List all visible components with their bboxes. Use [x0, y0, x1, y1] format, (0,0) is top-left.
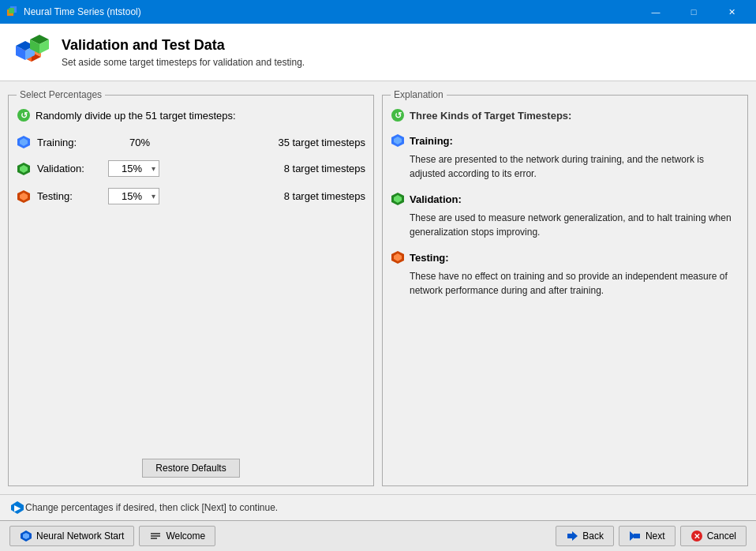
start-icon [20, 530, 32, 542]
training-row: Training: 70% 35 target timesteps [17, 135, 365, 149]
panels-container: Select Percentages ↺ Randomly divide up … [0, 81, 756, 494]
testing-label: Testing: [37, 190, 108, 202]
window-controls: — □ ✕ [638, 0, 750, 24]
explanation-training: Training: These are presented to the net… [391, 133, 739, 181]
explanation-validation: Validation: These are used to measure ne… [391, 192, 739, 239]
training-label: Training: [37, 137, 108, 148]
randomly-row: ↺ Randomly divide up the 51 target times… [17, 108, 365, 122]
svg-text:▶: ▶ [14, 504, 21, 512]
minimize-button[interactable]: — [638, 0, 674, 24]
three-kinds-icon: ↺ [391, 108, 405, 122]
testing-row: Testing: 15% ▾ 8 target timesteps [17, 188, 365, 204]
validation-label: Validation: [37, 163, 108, 174]
back-label: Back [582, 530, 604, 542]
testing-value: 15% [112, 190, 152, 202]
validation-dropdown[interactable]: 15% ▾ [108, 160, 159, 177]
expl-training-icon [391, 133, 405, 148]
main-content: Validation and Test Data Set aside some … [0, 24, 756, 551]
expl-training-text: These are presented to the network durin… [391, 152, 739, 181]
expl-validation-title: Validation: [410, 193, 462, 205]
svg-text:↺: ↺ [21, 111, 28, 120]
neural-network-start-button[interactable]: Neural Network Start [9, 526, 134, 546]
svg-rect-2 [9, 8, 14, 13]
left-panel: Select Percentages ↺ Randomly divide up … [8, 89, 374, 486]
testing-dropdown-arrow: ▾ [152, 192, 155, 201]
close-button[interactable]: ✕ [713, 0, 750, 24]
welcome-button[interactable]: Welcome [139, 526, 215, 546]
header-icon [13, 33, 51, 71]
testing-icon [17, 189, 31, 204]
cancel-label: Cancel [707, 530, 736, 542]
welcome-icon [149, 530, 162, 542]
expl-testing-title: Testing: [410, 252, 449, 264]
explanation-heading: ↺ Three Kinds of Target Timesteps: [391, 108, 739, 122]
back-button[interactable]: Back [556, 526, 614, 546]
window-title: Neural Time Series (ntstool) [24, 6, 638, 17]
validation-icon [17, 162, 31, 176]
svg-rect-38 [634, 534, 640, 538]
back-icon [566, 530, 578, 542]
svg-text:✕: ✕ [694, 532, 700, 541]
training-icon [17, 135, 31, 149]
header: Validation and Test Data Set aside some … [0, 24, 756, 81]
restore-defaults-button[interactable]: Restore Defaults [142, 459, 239, 478]
right-panel: Explanation ↺ Three Kinds of Target Time… [382, 89, 748, 486]
explanation-testing: Testing: These have no effect on trainin… [391, 250, 739, 298]
restore-btn-row: Restore Defaults [17, 451, 365, 478]
svg-rect-36 [567, 534, 574, 538]
training-percent: 70% [108, 137, 171, 148]
next-label: Next [646, 530, 665, 542]
header-text: Validation and Test Data Set aside some … [62, 37, 305, 68]
page-subtitle: Set aside some target timesteps for vali… [62, 57, 305, 68]
validation-value: 15% [112, 163, 152, 174]
randomly-text: Randomly divide up the 51 target timeste… [36, 110, 236, 122]
svg-text:↺: ↺ [395, 111, 402, 120]
random-icon: ↺ [17, 108, 31, 122]
neural-start-label: Neural Network Start [36, 530, 124, 542]
right-panel-legend: Explanation [391, 89, 447, 100]
validation-dropdown-arrow: ▾ [152, 164, 155, 173]
next-icon [629, 530, 642, 542]
status-bar: ▶ Change percentages if desired, then cl… [0, 494, 756, 520]
left-panel-legend: Select Percentages [17, 89, 105, 100]
page-title: Validation and Test Data [62, 37, 305, 54]
validation-row: Validation: 15% ▾ 8 target timesteps [17, 160, 365, 177]
expl-training-title: Training: [410, 135, 453, 147]
titlebar: Neural Time Series (ntstool) — □ ✕ [0, 0, 756, 24]
cancel-button[interactable]: ✕ Cancel [680, 526, 747, 546]
svg-rect-32 [151, 533, 160, 534]
testing-timesteps: 8 target timesteps [284, 190, 365, 202]
app-icon [6, 6, 19, 18]
training-timesteps: 35 target timesteps [278, 137, 365, 148]
svg-rect-33 [151, 535, 160, 537]
cancel-icon: ✕ [691, 530, 703, 542]
status-icon: ▶ [9, 500, 25, 515]
status-text: Change percentages if desired, then clic… [25, 502, 278, 513]
next-button[interactable]: Next [619, 526, 676, 546]
testing-dropdown[interactable]: 15% ▾ [108, 188, 159, 204]
maximize-button[interactable]: □ [676, 0, 712, 24]
bottom-bar: Neural Network Start Welcome Back Next [0, 520, 756, 551]
expl-validation-text: These are used to measure network genera… [391, 211, 739, 239]
svg-rect-34 [151, 538, 157, 539]
expl-testing-text: These have no effect on training and so … [391, 269, 739, 298]
expl-validation-icon [391, 192, 405, 206]
welcome-label: Welcome [166, 530, 205, 542]
expl-testing-icon [391, 250, 405, 264]
validation-timesteps: 8 target timesteps [284, 163, 365, 174]
